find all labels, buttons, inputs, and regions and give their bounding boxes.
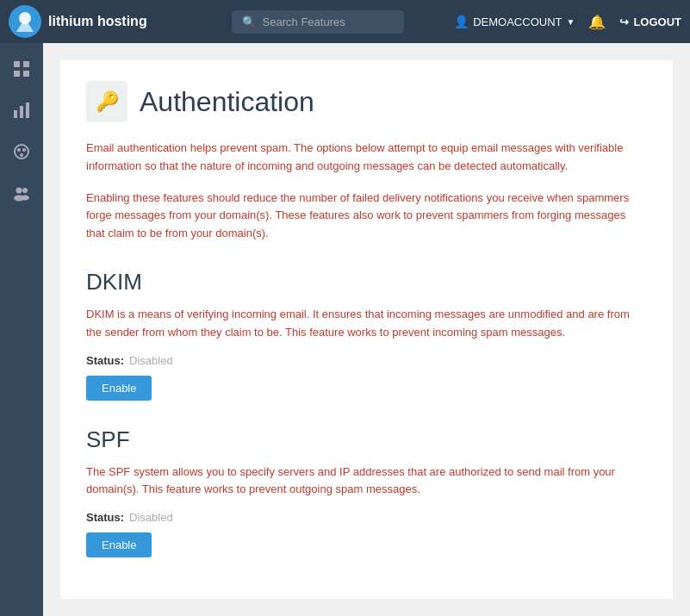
description-2: Enabling these features should reduce th…	[86, 190, 647, 243]
search-area: 🔍	[181, 10, 454, 34]
dkim-enable-button[interactable]: Enable	[86, 376, 152, 401]
svg-point-16	[21, 196, 29, 201]
dkim-title: DKIM	[86, 269, 647, 296]
svg-point-11	[22, 148, 26, 152]
navbar: lithium hosting 🔍 👤 DEMOACCOUNT ▼ 🔔 ↪ LO…	[0, 0, 690, 43]
brand-name: lithium hosting	[48, 14, 147, 29]
svg-rect-8	[26, 103, 29, 118]
svg-rect-5	[23, 71, 29, 77]
svg-point-14	[22, 188, 28, 193]
dkim-description: DKIM is a means of verifying incoming em…	[86, 306, 647, 342]
dkim-status-label: Status:	[86, 354, 124, 367]
sidebar-item-chart[interactable]	[4, 93, 39, 128]
spf-status-value: Disabled	[129, 511, 173, 524]
dkim-status-value: Disabled	[129, 354, 173, 367]
svg-point-12	[20, 153, 23, 157]
page-icon: 🔑	[86, 81, 127, 122]
page-header: 🔑 Authentication	[86, 81, 647, 122]
content-card: 🔑 Authentication Email authentication he…	[60, 60, 673, 599]
svg-rect-2	[14, 61, 20, 67]
svg-rect-3	[23, 61, 29, 67]
search-input[interactable]	[263, 16, 383, 28]
user-icon: 👤	[454, 15, 469, 28]
chart-icon	[13, 102, 30, 119]
palette-icon	[13, 143, 30, 160]
dkim-section: DKIM DKIM is a means of verifying incomi…	[86, 269, 647, 401]
account-menu[interactable]: 👤 DEMOACCOUNT ▼	[454, 15, 575, 28]
sidebar	[0, 43, 43, 616]
spf-status-row: Status: Disabled	[86, 511, 647, 524]
key-icon: 🔑	[96, 90, 119, 113]
svg-rect-4	[14, 71, 20, 77]
svg-rect-6	[14, 110, 17, 118]
chevron-down-icon: ▼	[566, 17, 575, 27]
sidebar-item-grid[interactable]	[4, 52, 39, 86]
main-content: 🔑 Authentication Email authentication he…	[43, 43, 690, 616]
bell-icon: 🔔	[588, 15, 606, 29]
dkim-status-row: Status: Disabled	[86, 354, 647, 367]
search-box[interactable]: 🔍	[232, 10, 404, 34]
svg-marker-1	[16, 18, 34, 32]
logout-label: LOGOUT	[633, 16, 681, 28]
grid-icon	[13, 60, 30, 78]
brand-logo	[9, 5, 41, 38]
users-icon	[13, 184, 30, 202]
logout-icon: ↪	[619, 16, 629, 28]
sidebar-item-users[interactable]	[4, 176, 39, 210]
search-icon: 🔍	[242, 16, 256, 28]
spf-section: SPF The SPF system allows you to specify…	[86, 426, 647, 558]
brand: lithium hosting	[9, 5, 181, 38]
spf-enable-button[interactable]: Enable	[86, 532, 152, 557]
svg-point-10	[17, 148, 21, 152]
logout-button[interactable]: ↪ LOGOUT	[619, 16, 681, 28]
account-name: DEMOACCOUNT	[473, 16, 562, 28]
spf-title: SPF	[86, 426, 647, 453]
navbar-right: 👤 DEMOACCOUNT ▼ 🔔 ↪ LOGOUT	[454, 14, 681, 30]
notifications-button[interactable]: 🔔	[588, 14, 606, 30]
page-title: Authentication	[140, 86, 314, 118]
sidebar-item-palette[interactable]	[4, 134, 39, 169]
svg-rect-7	[20, 106, 23, 118]
description-1: Email authentication helps prevent spam.…	[86, 140, 647, 176]
spf-description: The SPF system allows you to specify ser…	[86, 464, 647, 500]
spf-status-label: Status:	[86, 511, 124, 524]
svg-point-13	[16, 188, 22, 194]
